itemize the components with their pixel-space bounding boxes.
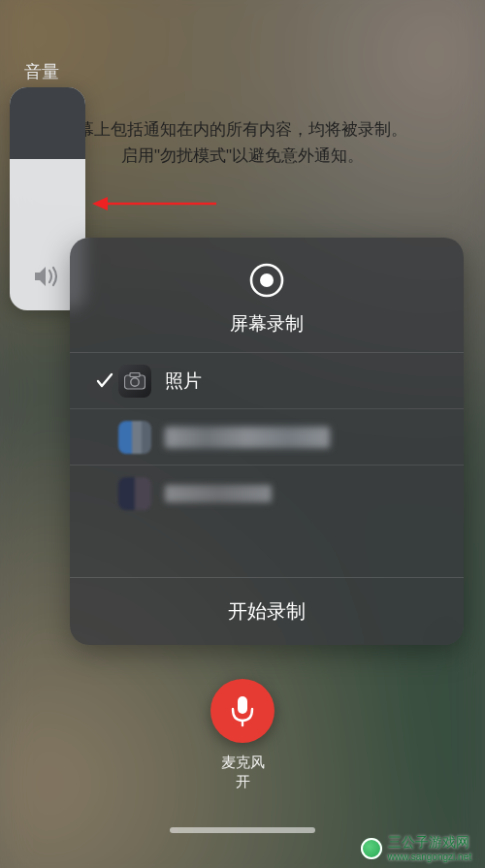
destination-row-app2[interactable] bbox=[70, 409, 464, 466]
volume-label: 音量 bbox=[24, 60, 59, 83]
blurred-app-label bbox=[165, 485, 272, 502]
svg-rect-7 bbox=[238, 696, 247, 714]
record-icon bbox=[247, 261, 286, 300]
microphone-control: 麦克风 开 bbox=[210, 679, 275, 792]
svg-rect-6 bbox=[130, 372, 140, 376]
watermark-logo-icon bbox=[361, 838, 382, 859]
microphone-label: 麦克风 开 bbox=[221, 753, 265, 792]
sheet-header: 屏幕录制 bbox=[70, 238, 464, 352]
start-recording-button[interactable]: 开始录制 bbox=[70, 577, 464, 645]
speaker-icon bbox=[33, 264, 62, 293]
watermark-url: www.sangongzi.net bbox=[388, 852, 471, 862]
screen-recording-sheet: 屏幕录制 照片 开始录 bbox=[70, 238, 464, 645]
instruction-line-2: 启用"勿扰模式"以避免意外通知。 bbox=[39, 143, 446, 169]
blurred-app-icon bbox=[118, 421, 151, 454]
blurred-app-icon bbox=[118, 477, 151, 510]
watermark-brand: 三公子游戏网 bbox=[388, 834, 471, 852]
svg-point-3 bbox=[260, 273, 274, 287]
microphone-toggle-button[interactable] bbox=[210, 679, 275, 743]
destination-label: 照片 bbox=[165, 369, 202, 394]
home-indicator[interactable] bbox=[170, 827, 315, 833]
start-recording-label: 开始录制 bbox=[228, 598, 306, 625]
sheet-title: 屏幕录制 bbox=[70, 311, 464, 337]
source-watermark: 三公子游戏网 www.sangongzi.net bbox=[361, 834, 471, 862]
check-icon bbox=[91, 372, 118, 390]
instruction-line-1: 幕上包括通知在内的所有内容，均将被录制。 bbox=[39, 116, 446, 143]
photos-app-icon bbox=[118, 365, 151, 398]
microphone-icon bbox=[229, 694, 256, 727]
destination-row-app3[interactable] bbox=[70, 466, 464, 522]
destination-row-photos[interactable]: 照片 bbox=[70, 353, 464, 409]
destination-list: 照片 bbox=[70, 353, 464, 577]
volume-empty-portion bbox=[10, 87, 85, 159]
blurred-app-label bbox=[165, 427, 330, 448]
